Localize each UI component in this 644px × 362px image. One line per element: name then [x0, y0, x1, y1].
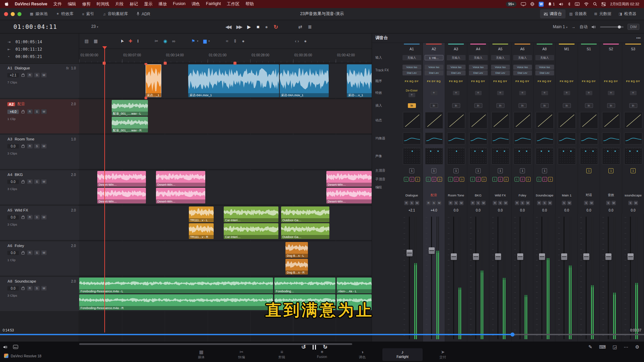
dim-button[interactable]: DIM	[628, 24, 639, 30]
dynamics-thumbnail[interactable]	[536, 112, 554, 129]
fader-track[interactable]	[541, 217, 542, 339]
fx-order-button[interactable]: FX EQ DY	[538, 80, 551, 83]
channel-gain-value[interactable]: 0.0	[520, 208, 525, 212]
sub-bus-assign[interactable]: 3	[526, 177, 531, 182]
dynamics-thumbnail[interactable]	[403, 112, 421, 129]
insert-in-button[interactable]: in	[496, 103, 504, 108]
track-name[interactable]: Soundscape	[15, 279, 36, 283]
track-m-button[interactable]: M	[41, 215, 47, 220]
track-name[interactable]: 配音	[17, 102, 25, 107]
track-fx-button[interactable]: Voice Iso	[447, 65, 466, 70]
track-header-a8[interactable]: A8Soundscape2.00.0RSM3 Clips	[0, 277, 79, 311]
channel-r-button[interactable]: R	[537, 201, 541, 205]
effect-plugin-label[interactable]: De-Esser	[406, 89, 418, 92]
dynamics-thumbnail[interactable]	[469, 112, 487, 129]
menubar-app-name[interactable]: DaVinci Resolve	[15, 2, 47, 6]
fx-order-button[interactable]: FX EQ DY	[471, 80, 485, 83]
track-name[interactable]: Dialogue	[15, 66, 30, 70]
menubar-menu-编辑[interactable]: 编辑	[68, 1, 76, 7]
channel-name[interactable]: BKG	[475, 193, 481, 197]
globe-icon[interactable]	[530, 2, 534, 6]
fx-order-button[interactable]: FX EQ DY	[582, 80, 596, 83]
track-m-button[interactable]: M	[41, 179, 47, 184]
track-gain-value[interactable]: 0.0	[7, 251, 19, 255]
more-options-icon[interactable]: ⋯	[624, 344, 628, 350]
annotate-pencil-icon[interactable]: ✎	[588, 344, 592, 350]
channel-m-button[interactable]: M	[611, 201, 616, 205]
main-bus-assign[interactable]: 1	[409, 168, 414, 173]
sub-bus-assign[interactable]: 2	[476, 177, 481, 182]
lock-icon[interactable]	[21, 252, 24, 254]
dynamics-thumbnail[interactable]	[514, 112, 532, 129]
lock-icon[interactable]	[21, 145, 24, 148]
sub-bus-assign[interactable]: 3	[415, 177, 420, 182]
track-r-button[interactable]: R	[27, 179, 33, 184]
monitor-volume-slider[interactable]	[600, 26, 624, 27]
insert-in-button[interactable]: in	[430, 103, 438, 108]
sub-bus-assign[interactable]: 3	[460, 177, 464, 182]
channel-s-button[interactable]: S	[454, 201, 458, 205]
pan-thumbnail[interactable]	[624, 148, 642, 165]
track-name[interactable]: Wild FX	[15, 208, 28, 212]
track-s-button[interactable]: S	[34, 286, 40, 291]
track-lane-a1[interactable]: 采访…_1采访-04A.mov_1采访-04A.mov_1采访-…v_1	[79, 64, 372, 98]
fader-handle[interactable]	[583, 253, 589, 260]
track-fx-button[interactable]: Dial Lev	[469, 70, 488, 75]
insert-in-button[interactable]: in	[452, 103, 460, 108]
track-fx-button[interactable]: Voice Iso	[425, 65, 443, 70]
track-header-a2[interactable]: A2配音2.0+4.0RSM1 Clip	[0, 99, 79, 133]
track-fx-button[interactable]: Dial Lev	[535, 70, 554, 75]
settings-gear-icon[interactable]: ⚙	[635, 344, 639, 350]
dynamics-thumbnail[interactable]	[580, 112, 598, 129]
menubar-menu-文件[interactable]: 文件	[53, 1, 62, 7]
channel-gain-value[interactable]: +2.1	[409, 208, 415, 212]
fader-handle[interactable]	[495, 253, 501, 260]
pan-thumbnail[interactable]	[536, 148, 554, 165]
menubar-menu-Fusion[interactable]: Fusion	[173, 1, 186, 7]
pan-thumbnail[interactable]	[558, 148, 576, 165]
pan-thumbnail[interactable]	[425, 148, 443, 165]
fx-order-button[interactable]: FX EQ DY	[604, 80, 618, 83]
channel-m-button[interactable]: M	[415, 201, 419, 205]
fader-track[interactable]	[586, 217, 587, 339]
channel-gain-value[interactable]: 0.0	[476, 208, 481, 212]
channel-s-button[interactable]: S	[520, 201, 525, 205]
channel-id[interactable]: A1	[410, 47, 414, 51]
channel-m-button[interactable]: M	[526, 201, 530, 205]
keyboard-icon[interactable]	[575, 2, 580, 6]
automation-dot-icon[interactable]: ●	[242, 39, 245, 44]
dynamics-thumbnail[interactable]	[602, 112, 620, 129]
page-tab-剪辑[interactable]: ≡剪辑	[262, 348, 302, 361]
sub-bus-assign[interactable]: 1	[537, 177, 541, 182]
menubar-menu-显示[interactable]: 显示	[144, 1, 153, 7]
add-effect-button[interactable]: +	[630, 91, 637, 95]
expand-code-icon[interactable]: ‹ ›	[295, 39, 299, 44]
channel-m-button[interactable]: M	[567, 201, 572, 205]
sub-bus-assign[interactable]: 2	[454, 177, 459, 182]
fader-track[interactable]	[453, 217, 454, 339]
add-effect-button[interactable]: +	[586, 91, 592, 95]
track-fx-button[interactable]: Dial Lev	[425, 70, 443, 75]
clip-trim-handle[interactable]	[145, 63, 147, 65]
add-effect-button[interactable]: +	[519, 91, 526, 95]
track-s-button[interactable]: S	[34, 215, 40, 220]
panel-button-音频表[interactable]: ▥音频表	[566, 9, 590, 18]
fader-handle[interactable]	[429, 247, 435, 254]
eq-thumbnail[interactable]	[558, 132, 576, 144]
channel-gain-value[interactable]: 0.0	[587, 208, 591, 212]
menubar-menu-播放[interactable]: 播放	[159, 1, 167, 7]
track-name[interactable]: Room Tone	[15, 137, 35, 141]
lock-icon[interactable]	[21, 181, 24, 183]
track-gain-value[interactable]: +4.0	[7, 110, 19, 114]
channel-s-button[interactable]: S	[542, 201, 547, 205]
forward-30-button[interactable]: ↻30	[323, 344, 327, 351]
track-header-a1[interactable]: A1Dialoguefx1.0+2.1RSM7 Clips	[0, 64, 79, 98]
page-tab-交付[interactable]: ➤交付	[423, 348, 463, 361]
zoom-window-button[interactable]	[17, 12, 21, 16]
display-mirroring-icon[interactable]	[521, 2, 526, 6]
insert-in-button[interactable]: in	[607, 103, 615, 108]
channel-gain-value[interactable]: +4.0	[431, 208, 437, 212]
trim-edit-tool[interactable]: ✚	[129, 39, 132, 44]
fader-handle[interactable]	[517, 253, 523, 260]
channel-id[interactable]: M1	[564, 47, 569, 51]
